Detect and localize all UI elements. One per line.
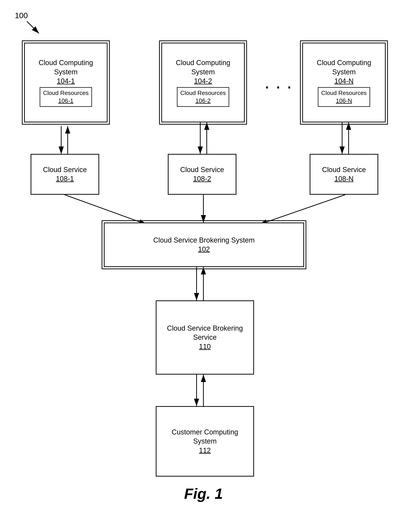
brokering-system-label: Cloud Service Brokering System: [153, 236, 255, 245]
cloud-computing-system-1: Cloud Computing System 104-1 Cloud Resou…: [24, 43, 108, 122]
customer-computing-label: Customer Computing System: [160, 428, 250, 446]
cloud-resources-n-label: Cloud Resources: [321, 89, 367, 97]
cloud-computing-system-2: Cloud Computing System 104-2 Cloud Resou…: [161, 43, 245, 122]
cloud-service-n: Cloud Service 108-N: [310, 154, 378, 195]
cloud-computing-system-n: Cloud Computing System 104-N Cloud Resou…: [302, 43, 386, 122]
svg-line-2: [27, 21, 39, 33]
figure-label: Fig. 1: [184, 485, 223, 502]
cloud-service-n-label: Cloud Service: [322, 165, 366, 174]
svg-line-11: [260, 195, 345, 224]
cloud-resources-1-box: Cloud Resources 106-1: [40, 87, 92, 107]
cloud-resources-2-label: Cloud Resources: [180, 89, 226, 97]
cloud-service-2: Cloud Service 108-2: [168, 154, 236, 195]
cloud-resources-1-id: 106-1: [43, 97, 88, 105]
customer-computing-system: Customer Computing System 112: [156, 406, 254, 477]
cloud-service-1: Cloud Service 108-1: [31, 154, 99, 195]
cloud-service-2-label: Cloud Service: [180, 165, 224, 174]
cloud-computing-2-id: 104-2: [194, 77, 212, 86]
brokering-service-id: 110: [199, 342, 211, 351]
cloud-service-n-id: 108-N: [334, 174, 354, 183]
cloud-computing-n-id: 104-N: [334, 77, 354, 86]
brokering-system-id: 102: [198, 245, 210, 254]
cloud-resources-2-box: Cloud Resources 106-2: [177, 87, 229, 107]
cloud-service-brokering-system: Cloud Service Brokering System 102: [104, 223, 304, 267]
cloud-computing-1-id: 104-1: [57, 77, 75, 86]
ellipsis: · · ·: [265, 80, 293, 95]
cloud-computing-n-label: Cloud Computing System: [307, 58, 381, 77]
cloud-service-1-id: 108-1: [56, 174, 74, 183]
brokering-service-label: Cloud Service Brokering Service: [160, 324, 250, 342]
cloud-service-2-id: 108-2: [193, 174, 211, 183]
cloud-resources-2-id: 106-2: [180, 97, 226, 105]
cloud-computing-1-label: Cloud Computing System: [29, 58, 103, 77]
cloud-service-brokering-service: Cloud Service Brokering Service 110: [156, 300, 254, 375]
cloud-resources-n-id: 106-N: [321, 97, 367, 105]
customer-computing-id: 112: [199, 446, 211, 455]
cloud-service-1-label: Cloud Service: [43, 165, 87, 174]
cloud-computing-2-label: Cloud Computing System: [166, 58, 240, 77]
cloud-resources-1-label: Cloud Resources: [43, 89, 88, 97]
ref-number-100: 100: [15, 11, 28, 20]
cloud-resources-n-box: Cloud Resources 106-N: [318, 87, 370, 107]
svg-line-9: [64, 195, 147, 224]
